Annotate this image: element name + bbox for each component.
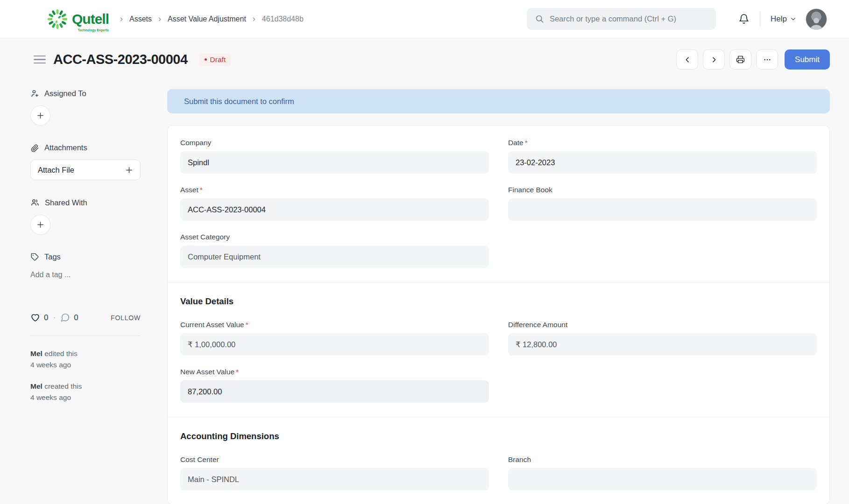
add-assignment-button[interactable] xyxy=(30,105,50,126)
finance-book-input[interactable] xyxy=(508,198,817,221)
status-dot xyxy=(205,58,207,61)
accounting-dimensions-title: Accounting Dimensions xyxy=(180,431,817,441)
section-value-details: Value Details Current Asset Value* ₹ 1,0… xyxy=(168,282,829,417)
form-card: Company Spindl Date* 23-02-2023 Asset* A… xyxy=(167,125,830,504)
breadcrumb-chevron-icon: › xyxy=(158,14,161,24)
document-header: ACC-ASS-2023-00004 Draft Submit xyxy=(34,49,830,70)
shared-with-section: Shared With xyxy=(30,198,141,207)
assigned-to-label: Assigned To xyxy=(44,89,86,98)
sidebar-toggle-icon[interactable] xyxy=(34,53,50,67)
field-company: Company Spindl xyxy=(180,139,489,174)
section-details: Company Spindl Date* 23-02-2023 Asset* A… xyxy=(168,126,829,282)
tags-section: Tags xyxy=(30,252,141,261)
new-asset-value-label: New Asset Value* xyxy=(180,368,489,376)
engagement-row: 0 · 0 FOLLOW xyxy=(30,313,141,322)
field-date: Date* 23-02-2023 xyxy=(508,139,817,174)
breadcrumb-chevron-icon: › xyxy=(120,14,123,24)
attach-file-button[interactable]: Attach File xyxy=(30,160,141,180)
chevron-right-icon xyxy=(710,56,718,63)
company-input[interactable]: Spindl xyxy=(180,151,489,174)
attachments-section: Attachments xyxy=(30,143,141,152)
next-document-button[interactable] xyxy=(703,49,725,70)
date-label: Date* xyxy=(508,139,817,147)
printer-icon xyxy=(736,55,745,64)
breadcrumb-assets[interactable]: Assets xyxy=(129,15,152,23)
field-current-asset-value: Current Asset Value* ₹ 1,00,000.00 xyxy=(180,321,489,356)
plus-icon xyxy=(125,166,133,174)
like-count: 0 xyxy=(44,313,48,322)
sidebar-divider xyxy=(30,336,141,336)
notifications-bell-icon[interactable] xyxy=(736,11,752,28)
asset-category-input[interactable]: Computer Equipment xyxy=(180,245,489,268)
dot-separator: · xyxy=(53,313,56,322)
add-share-button[interactable] xyxy=(30,215,50,235)
global-search-input[interactable]: Search or type a command (Ctrl + G) xyxy=(527,8,716,30)
breadcrumb-asset-value-adjustment[interactable]: Asset Value Adjustment xyxy=(168,15,246,23)
shared-users-icon xyxy=(30,198,40,207)
attach-file-label: Attach File xyxy=(38,166,74,175)
comment-count: 0 xyxy=(74,313,78,322)
chevron-left-icon xyxy=(684,56,691,63)
logo-starburst-icon xyxy=(47,8,68,30)
activity-time: 4 weeks ago xyxy=(30,392,141,403)
search-icon xyxy=(535,14,544,23)
asset-category-label: Asset Category xyxy=(180,233,489,241)
branch-input[interactable] xyxy=(508,468,817,490)
document-actions: Submit xyxy=(676,49,830,70)
breadcrumb-doc-id[interactable]: 461d38d48b xyxy=(262,15,304,23)
follow-button[interactable]: FOLLOW xyxy=(111,314,141,322)
activity-entry-edited: Mel edited this 4 weeks ago xyxy=(30,348,141,371)
required-marker: * xyxy=(246,321,248,329)
required-marker: * xyxy=(200,186,203,194)
field-new-asset-value: New Asset Value* 87,200.00 xyxy=(180,368,489,403)
required-marker: * xyxy=(525,139,528,147)
status-badge: Draft xyxy=(199,53,232,66)
logo-wordmark: Qutell xyxy=(72,11,109,27)
help-menu[interactable]: Help xyxy=(771,14,796,24)
previous-document-button[interactable] xyxy=(676,49,698,70)
current-asset-value-input[interactable]: ₹ 1,00,000.00 xyxy=(180,333,489,356)
tags-label: Tags xyxy=(44,252,61,261)
new-asset-value-input[interactable]: 87,200.00 xyxy=(180,380,489,403)
shared-with-label: Shared With xyxy=(45,198,87,207)
navbar-divider xyxy=(760,12,760,27)
ellipsis-icon xyxy=(763,56,771,64)
chevron-down-icon xyxy=(790,16,796,22)
paperclip-icon xyxy=(30,143,39,152)
company-label: Company xyxy=(180,139,489,147)
comment-icon[interactable] xyxy=(60,313,70,322)
breadcrumb-chevron-icon: › xyxy=(253,14,255,24)
current-asset-value-label: Current Asset Value* xyxy=(180,321,489,329)
date-input[interactable]: 23-02-2023 xyxy=(508,151,817,174)
plus-icon xyxy=(36,112,44,119)
add-tag-input[interactable]: Add a tag ... xyxy=(30,271,141,279)
menu-ellipsis-button[interactable] xyxy=(756,49,778,70)
field-finance-book: Finance Book xyxy=(508,186,817,221)
document-form: Submit this document to confirm Company … xyxy=(167,89,830,504)
document-sidebar: Assigned To Attachments Attach File xyxy=(30,89,141,504)
activity-action: edited this xyxy=(42,350,78,357)
activity-user: Mel xyxy=(30,350,42,357)
difference-amount-input[interactable]: ₹ 12,800.00 xyxy=(508,333,817,356)
submit-info-banner: Submit this document to confirm xyxy=(167,89,830,113)
branch-label: Branch xyxy=(508,455,817,464)
user-avatar[interactable] xyxy=(806,8,827,30)
print-button[interactable] xyxy=(729,49,751,70)
logo-tagline: Technology Experts xyxy=(78,28,109,32)
top-navbar: Qutell Technology Experts › Assets › Ass… xyxy=(0,0,849,38)
status-label: Draft xyxy=(210,56,226,64)
search-placeholder: Search or type a command (Ctrl + G) xyxy=(550,14,676,23)
heart-icon[interactable] xyxy=(30,313,40,322)
section-accounting-dimensions: Accounting Dimensions Cost Center Main -… xyxy=(168,417,829,504)
app-logo[interactable]: Qutell Technology Experts xyxy=(47,8,109,30)
field-branch: Branch xyxy=(508,455,817,490)
cost-center-input[interactable]: Main - SPINDL xyxy=(180,468,489,490)
submit-button[interactable]: Submit xyxy=(785,49,830,70)
plus-icon xyxy=(36,221,44,229)
activity-time: 4 weeks ago xyxy=(30,359,141,371)
asset-input[interactable]: ACC-ASS-2023-00004 xyxy=(180,198,489,221)
navbar-right-group: Help xyxy=(736,8,827,30)
tag-icon xyxy=(30,252,39,261)
assigned-to-section: Assigned To xyxy=(30,89,141,98)
attachments-label: Attachments xyxy=(44,143,87,152)
